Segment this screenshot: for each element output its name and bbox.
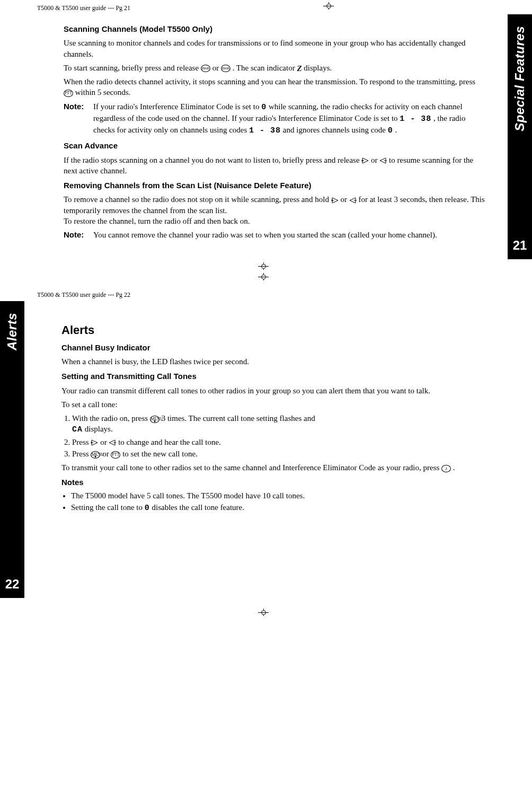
text: To restore the channel, turn the radio o… — [64, 217, 250, 225]
note-1: Note: If your radio's Interference Elimi… — [64, 101, 486, 137]
text: If your radio's Interference Eliminator … — [93, 102, 261, 111]
step-3: Press MENU or PTT to set the new call to… — [72, 448, 479, 459]
text: within 5 seconds. — [75, 88, 131, 96]
heading-notes: Notes — [61, 477, 479, 488]
tab-page-21: 21 — [513, 238, 527, 253]
text: displays. — [304, 64, 332, 72]
text: displays. — [85, 425, 113, 433]
text: Press — [72, 450, 91, 458]
text: With the radio on, press — [72, 414, 150, 423]
text: to set the new call tone. — [122, 450, 198, 458]
menu-button-icon: MENU — [91, 451, 100, 459]
notes-list: The T5000 model have 5 call tones. The T… — [71, 490, 479, 514]
note-bullet-1: The T5000 model have 5 call tones. The T… — [71, 490, 479, 501]
text: disables the call tone feature. — [152, 503, 245, 512]
para-scan-advance: If the radio stops scanning on a channel… — [64, 155, 486, 177]
page-21: T5000 & T5500 user guide --- Pg 21 Scann… — [0, 0, 532, 273]
zero-display: 0 — [145, 504, 150, 513]
note-label: Note: — [64, 230, 93, 240]
para-remove: To remove a channel so the radio does no… — [64, 194, 486, 226]
page-21-content: Scanning Channels (Model T5500 Only) Use… — [0, 14, 508, 259]
heading-channel-busy: Channel Busy Indicator — [61, 342, 479, 353]
tab-page-22: 22 — [5, 577, 20, 592]
minus-left-icon — [349, 197, 357, 204]
plus-right-icon — [331, 197, 339, 204]
text: or — [340, 195, 349, 204]
heading-alerts: Alerts — [61, 322, 479, 338]
text: . The scan indicator — [233, 64, 297, 72]
text: To transmit your call tone to other radi… — [61, 463, 441, 472]
scan-indicator-icon: Z — [297, 65, 302, 73]
text: When the radio detects channel activity,… — [64, 77, 475, 86]
text: If the radio stops scanning on a channel… — [64, 156, 361, 164]
text: or — [212, 64, 221, 72]
plus-right-icon — [91, 439, 98, 446]
note-text: If your radio's Interference Eliminator … — [93, 101, 486, 137]
ptt-button-icon: PTT — [111, 451, 120, 459]
heading-scanning-channels: Scanning Channels (Model T5500 Only) — [64, 24, 486, 34]
side-tab-22: Alerts 22 — [0, 301, 24, 598]
step-1: With the radio on, press MENU 3 times. T… — [72, 413, 479, 436]
page-21-body: Scanning Channels (Model T5500 Only) Use… — [0, 14, 532, 259]
note-label: Note: — [64, 101, 93, 137]
page-header-21: T5000 & T5500 user guide --- Pg 21 — [0, 0, 130, 14]
text: . — [453, 463, 455, 472]
tab-label-special-features: Special Features — [512, 26, 527, 131]
text: To start scanning, briefly press and rel… — [64, 64, 201, 72]
step-2: Press or to change and hear the call ton… — [72, 437, 479, 447]
para-call-intro: Your radio can transmit different call t… — [61, 385, 479, 396]
crop-mark-icon — [323, 2, 339, 10]
ptt-button-icon: PTT — [64, 90, 73, 97]
page-22: T5000 & T5500 user guide --- Pg 22 Alert… — [0, 273, 532, 619]
para-start-scan: To start scanning, briefly press and rel… — [64, 63, 486, 73]
code-range-2: 1 - 38 — [249, 126, 281, 135]
para-transmit: To transmit your call tone to other radi… — [61, 462, 479, 473]
mon-button-icon: mon — [201, 65, 210, 72]
tab-label-alerts: Alerts — [5, 313, 20, 350]
mon-arc-button-icon: mon — [221, 65, 230, 72]
minus-left-icon — [379, 157, 387, 164]
text: to change and hear the call tone. — [118, 438, 221, 446]
crop-mark-icon — [258, 609, 274, 616]
text: Press — [72, 438, 91, 446]
side-tab-21: Special Features 21 — [508, 14, 532, 259]
note-bullet-2: Setting the call tone to 0 disables the … — [71, 502, 479, 514]
call-tone-button-icon: ♪ — [441, 465, 451, 472]
page-22-content: Alerts Channel Busy Indicator When a cha… — [24, 301, 532, 598]
crop-mark-icon — [258, 273, 274, 280]
text: or — [371, 156, 379, 164]
code-range: 1 - 38 — [400, 115, 431, 124]
text: . — [395, 126, 397, 134]
call-tone-steps: With the radio on, press MENU 3 times. T… — [61, 413, 479, 459]
heading-setting-call-tones: Setting and Transmitting Call Tones — [61, 371, 479, 382]
para-to-set: To set a call tone: — [61, 399, 479, 410]
text: 3 times. The current call tone setting f… — [162, 414, 315, 423]
note-text: You cannot remove the channel your radio… — [93, 230, 486, 240]
text: and ignores channels using code — [283, 126, 388, 134]
heading-scan-advance: Scan Advance — [64, 140, 486, 151]
text: or — [100, 438, 109, 446]
page-22-body: Alerts 22 Alerts Channel Busy Indicator … — [0, 301, 532, 598]
plus-right-icon — [361, 157, 369, 164]
heading-removing-channels: Removing Channels from the Scan List (Nu… — [64, 180, 486, 191]
page-header-22: T5000 & T5500 user guide --- Pg 22 — [0, 287, 130, 301]
code-0: 0 — [261, 103, 267, 112]
menu-button-icon: MENU — [150, 416, 159, 423]
crop-mark-icon — [258, 262, 274, 270]
para-channel-busy: When a channel is busy, the LED flashes … — [61, 356, 479, 367]
para-scan-intro: Use scanning to monitor channels and cod… — [64, 38, 486, 59]
code-0b: 0 — [388, 126, 393, 135]
note-2: Note: You cannot remove the channel your… — [64, 230, 486, 240]
text: To remove a channel so the radio does no… — [64, 195, 331, 204]
para-detect: When the radio detects channel activity,… — [64, 76, 486, 98]
ca-display: CA — [72, 425, 83, 434]
text: Setting the call tone to — [71, 503, 145, 512]
minus-left-icon — [109, 439, 116, 446]
